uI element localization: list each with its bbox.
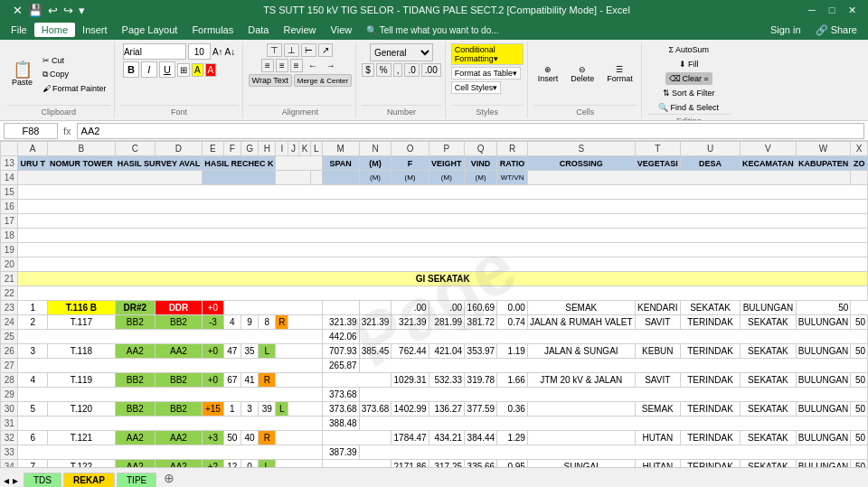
cell-13N[interactable]: (M) <box>359 156 392 171</box>
col-T[interactable]: T <box>635 142 680 156</box>
indent-increase-btn[interactable]: → <box>323 59 339 72</box>
cell-13U[interactable]: DESA <box>680 156 740 171</box>
cell-13V[interactable]: KECAMATAN <box>741 156 797 171</box>
font-name-input[interactable] <box>123 43 186 60</box>
sheet-tab-tipe[interactable]: TIPE <box>117 473 156 487</box>
menu-view[interactable]: View <box>324 23 360 37</box>
menu-formulas[interactable]: Formulas <box>184 23 241 37</box>
sheet-nav-left[interactable]: ◂ <box>4 474 9 487</box>
cond-format-btn[interactable]: Conditional Formatting▾ <box>451 43 524 65</box>
currency-btn[interactable]: $ <box>362 63 374 77</box>
col-U[interactable]: U <box>680 142 740 156</box>
paste-btn[interactable]: 📋 Paste <box>7 49 37 99</box>
format-btn[interactable]: ☰ Format <box>602 52 637 97</box>
percent-btn[interactable]: % <box>376 63 392 77</box>
align-top-btn[interactable]: ⊤ <box>267 43 282 57</box>
fill-color-btn[interactable]: A <box>192 63 203 77</box>
indent-decrease-btn[interactable]: ← <box>305 59 321 72</box>
close-btn[interactable]: ✕ <box>843 3 861 17</box>
col-E[interactable]: E <box>203 142 224 156</box>
wrap-text-btn[interactable]: Wrap Text <box>249 74 292 87</box>
sheet-nav-right[interactable]: ▸ <box>13 474 18 487</box>
sheet-tab-tds[interactable]: TDS <box>24 473 61 487</box>
sheet-tab-rekap[interactable]: REKAP <box>63 473 115 487</box>
menu-sign-in[interactable]: Sign in <box>763 23 808 37</box>
cell-13T[interactable]: VEGETASI <box>635 156 680 171</box>
format-table-btn[interactable]: Format as Table▾ <box>451 67 521 80</box>
col-I[interactable]: I <box>276 142 288 156</box>
cell-13P[interactable]: VEIGHT <box>429 156 464 171</box>
cell-13M[interactable]: SPAN <box>322 156 359 171</box>
col-B[interactable]: B <box>47 142 115 156</box>
menu-insert[interactable]: Insert <box>75 23 115 37</box>
minimize-btn[interactable]: ─ <box>803 3 821 17</box>
menu-review[interactable]: Review <box>276 23 323 37</box>
col-V[interactable]: V <box>741 142 797 156</box>
qat-more[interactable]: ▾ <box>77 3 87 18</box>
clear-btn[interactable]: ⌫ Clear = <box>665 72 712 85</box>
col-H[interactable]: H <box>259 142 276 156</box>
undo-btn[interactable]: ↩ <box>46 3 60 18</box>
cell-13A[interactable]: URU T <box>18 156 48 171</box>
cut-btn[interactable]: ✂ Cut <box>39 54 110 67</box>
align-left-btn[interactable]: ≡ <box>261 59 274 72</box>
col-G[interactable]: G <box>241 142 258 156</box>
save-btn[interactable]: 💾 <box>26 3 44 18</box>
col-L[interactable]: L <box>311 142 322 156</box>
cell-13Q[interactable]: VIND <box>465 156 497 171</box>
number-format-select[interactable]: General <box>370 43 433 61</box>
menu-search[interactable]: 🔍 Tell me what you want to do... <box>359 23 763 37</box>
comma-btn[interactable]: , <box>393 63 403 77</box>
menu-share[interactable]: 🔗 Share <box>808 23 864 38</box>
copy-btn[interactable]: ⧉ Copy <box>39 68 110 81</box>
cell-13EH[interactable]: HASIL RECHEC K <box>203 156 276 171</box>
decrease-decimal-btn[interactable]: .00 <box>421 63 441 77</box>
bold-btn[interactable]: B <box>123 61 139 78</box>
menu-home[interactable]: Home <box>34 23 75 37</box>
col-J[interactable]: J <box>288 142 299 156</box>
col-W[interactable]: W <box>796 142 851 156</box>
cell-13O[interactable]: F <box>392 156 429 171</box>
font-color-btn[interactable]: A <box>205 63 217 77</box>
cell-13B[interactable]: NOMUR TOWER <box>47 156 115 171</box>
cell-13CD[interactable]: HASIL SURVEY AVAL <box>115 156 202 171</box>
fx-icon[interactable]: fx <box>61 126 73 136</box>
cell-13X[interactable]: ZO <box>851 156 868 171</box>
fill-btn[interactable]: ⬇ Fill <box>675 58 703 70</box>
format-painter-btn[interactable]: 🖌 Format Painter <box>39 82 110 95</box>
border-btn[interactable]: ⊞ <box>177 63 190 77</box>
find-select-btn[interactable]: 🔍 Find & Select <box>655 101 722 114</box>
col-C[interactable]: C <box>115 142 155 156</box>
align-middle-btn[interactable]: ⊥ <box>284 43 299 57</box>
cell-13S[interactable]: CROSSING <box>527 156 635 171</box>
col-N[interactable]: N <box>359 142 392 156</box>
maximize-btn[interactable]: □ <box>823 3 841 17</box>
col-R[interactable]: R <box>497 142 528 156</box>
align-right-btn[interactable]: ≡ <box>290 59 303 72</box>
tower-cell[interactable]: T.116 B <box>47 301 115 315</box>
orient-btn[interactable]: ↗ <box>318 43 333 57</box>
cell-13W[interactable]: KABUPATEN <box>796 156 851 171</box>
gi-sekatak-cell[interactable]: GI SEKATAK <box>18 272 868 286</box>
increase-decimal-btn[interactable]: .0 <box>404 63 419 77</box>
col-F[interactable]: F <box>223 142 241 156</box>
menu-data[interactable]: Data <box>241 23 276 37</box>
col-A[interactable]: A <box>18 142 48 156</box>
name-box[interactable] <box>4 123 58 139</box>
col-D[interactable]: D <box>155 142 202 156</box>
formula-input[interactable] <box>77 123 864 139</box>
col-K[interactable]: K <box>299 142 311 156</box>
menu-page-layout[interactable]: Page Layout <box>115 23 185 37</box>
sort-filter-btn[interactable]: ⇅ Sort & Filter <box>659 87 719 99</box>
col-P[interactable]: P <box>429 142 464 156</box>
merge-center-btn[interactable]: Merge & Center <box>294 74 352 87</box>
col-X[interactable]: X <box>851 142 868 156</box>
redo-btn[interactable]: ↪ <box>61 3 75 18</box>
font-size-decrease[interactable]: A↓ <box>225 47 236 57</box>
delete-btn[interactable]: ⊖ Delete <box>566 52 599 97</box>
align-bottom-btn[interactable]: ⊢ <box>301 43 316 57</box>
insert-btn[interactable]: ⊕ Insert <box>533 52 563 97</box>
autosum-btn[interactable]: Σ AutoSum <box>665 43 712 56</box>
menu-file[interactable]: File <box>4 23 34 37</box>
underline-btn[interactable]: U <box>159 61 175 78</box>
